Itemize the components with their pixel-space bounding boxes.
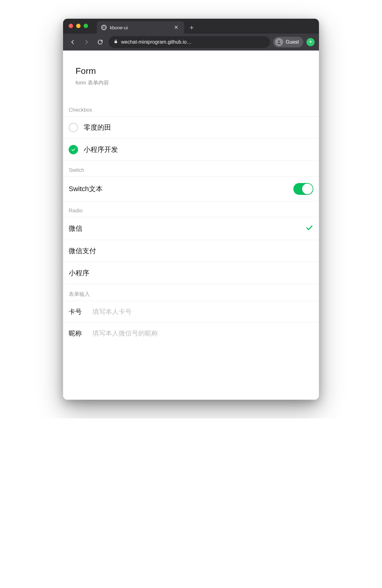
person-icon xyxy=(275,38,283,46)
input-label: 昵称 xyxy=(69,329,86,338)
browser-toolbar: wechat-miniprogram.github.io… Guest xyxy=(63,34,319,51)
radio-label: 小程序 xyxy=(69,268,313,278)
radio-cell[interactable]: 微信支付 xyxy=(63,240,319,262)
new-tab-button[interactable]: ＋ xyxy=(186,22,197,33)
minimize-window-button[interactable] xyxy=(76,24,81,28)
address-bar[interactable]: wechat-miniprogram.github.io… xyxy=(109,36,270,48)
close-window-button[interactable] xyxy=(69,24,73,28)
checkbox-cell[interactable]: 零度的田 xyxy=(63,117,319,139)
lock-icon xyxy=(114,39,118,45)
section-title-inputs: 表单输入 xyxy=(63,284,319,301)
nickname-input[interactable] xyxy=(92,330,313,337)
page-title: Form xyxy=(76,66,306,76)
reload-button[interactable] xyxy=(95,37,105,47)
switch-toggle[interactable] xyxy=(293,183,313,195)
input-cell-card: 卡号 xyxy=(63,301,319,323)
page-subtitle: form 表单内容 xyxy=(76,79,306,86)
forward-button[interactable] xyxy=(81,37,92,47)
url-text: wechat-miniprogram.github.io… xyxy=(121,39,265,45)
section-title-radio: Radio xyxy=(63,201,319,217)
section-title-switch: Switch xyxy=(63,161,319,176)
checkbox-group: 零度的田 小程序开发 xyxy=(63,116,319,161)
checkbox-checked-icon xyxy=(69,145,78,154)
input-label: 卡号 xyxy=(69,307,86,316)
input-cell-nickname: 昵称 xyxy=(63,323,319,344)
radio-group: 微信 微信支付 小程序 xyxy=(63,217,319,284)
page-content: Form form 表单内容 Checkbox 零度的田 小程序开发 Switc… xyxy=(63,51,319,400)
browser-window: kbone-ui ✕ ＋ wechat-miniprogram.github.i… xyxy=(63,19,319,400)
window-controls xyxy=(69,24,88,28)
checkbox-cell[interactable]: 小程序开发 xyxy=(63,139,319,161)
extension-button[interactable] xyxy=(306,38,315,46)
card-number-input[interactable] xyxy=(92,308,313,316)
globe-icon xyxy=(101,25,107,30)
back-button[interactable] xyxy=(67,37,78,47)
input-group: 卡号 昵称 xyxy=(63,301,319,344)
section-title-checkbox: Checkbox xyxy=(63,93,319,116)
profile-button[interactable]: Guest xyxy=(273,37,303,47)
radio-label: 微信 xyxy=(69,224,300,233)
radio-cell[interactable]: 小程序 xyxy=(63,262,319,284)
checkbox-unchecked-icon xyxy=(69,123,78,132)
page-header: Form form 表单内容 xyxy=(63,51,319,93)
tab-title: kbone-ui xyxy=(110,25,169,30)
checkbox-label: 小程序开发 xyxy=(84,145,313,154)
browser-tab[interactable]: kbone-ui ✕ xyxy=(97,21,184,34)
radio-cell[interactable]: 微信 xyxy=(63,217,319,240)
checkbox-label: 零度的田 xyxy=(84,123,313,132)
tab-strip: kbone-ui ✕ ＋ xyxy=(63,19,319,34)
radio-label: 微信支付 xyxy=(69,246,313,256)
switch-label: Switch文本 xyxy=(69,184,288,194)
close-tab-button[interactable]: ✕ xyxy=(173,24,180,31)
maximize-window-button[interactable] xyxy=(84,24,88,28)
switch-cell[interactable]: Switch文本 xyxy=(63,177,319,201)
check-icon xyxy=(305,224,313,234)
switch-group: Switch文本 xyxy=(63,176,319,201)
svg-point-0 xyxy=(278,41,280,42)
profile-label: Guest xyxy=(286,39,299,45)
